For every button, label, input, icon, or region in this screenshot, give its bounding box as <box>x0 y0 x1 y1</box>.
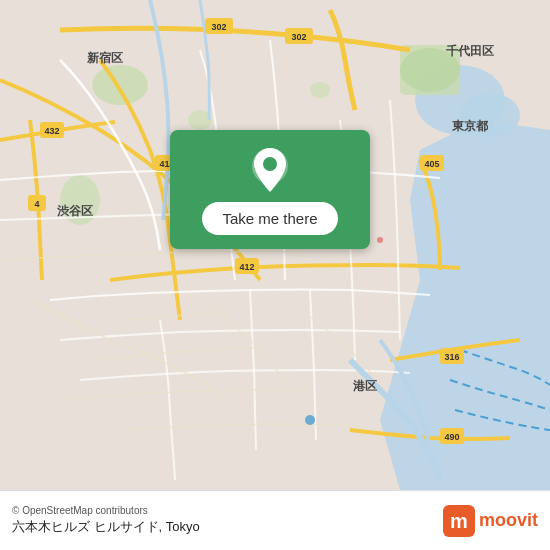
map-container: 302 302 414 412 405 316 490 4 432 新宿区 渋谷… <box>0 0 550 490</box>
svg-text:m: m <box>450 510 468 532</box>
svg-point-4 <box>92 65 148 105</box>
location-name: 六本木ヒルズ ヒルサイド, Tokyo <box>12 518 200 536</box>
location-pin-icon <box>252 148 288 192</box>
footer: © OpenStreetMap contributors 六本木ヒルズ ヒルサイ… <box>0 490 550 550</box>
svg-text:490: 490 <box>444 432 459 442</box>
svg-text:新宿区: 新宿区 <box>87 51 123 65</box>
svg-text:4: 4 <box>34 199 39 209</box>
svg-text:302: 302 <box>291 32 306 42</box>
svg-point-35 <box>305 415 315 425</box>
svg-text:316: 316 <box>444 352 459 362</box>
svg-text:港区: 港区 <box>353 379 377 393</box>
svg-point-37 <box>263 157 277 171</box>
svg-text:302: 302 <box>211 22 226 32</box>
svg-text:405: 405 <box>424 159 439 169</box>
moovit-text: moovit <box>479 510 538 531</box>
svg-text:412: 412 <box>239 262 254 272</box>
svg-text:432: 432 <box>44 126 59 136</box>
moovit-logo: m moovit <box>443 505 538 537</box>
svg-text:東京都: 東京都 <box>452 119 489 133</box>
moovit-icon: m <box>443 505 475 537</box>
take-me-there-button[interactable]: Take me there <box>202 202 337 235</box>
svg-text:千代田区: 千代田区 <box>446 44 494 58</box>
svg-text:渋谷区: 渋谷区 <box>57 204 93 218</box>
take-me-there-card: Take me there <box>170 130 370 249</box>
osm-credit: © OpenStreetMap contributors <box>12 505 200 516</box>
svg-point-9 <box>310 82 330 98</box>
footer-left: © OpenStreetMap contributors 六本木ヒルズ ヒルサイ… <box>12 505 200 536</box>
svg-point-34 <box>377 237 383 243</box>
